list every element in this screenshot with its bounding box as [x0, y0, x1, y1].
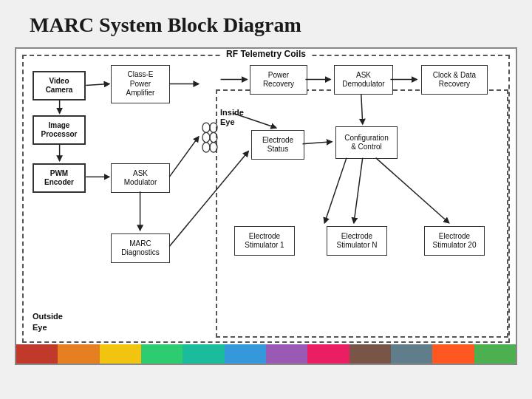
video-camera-box: Video Camera	[33, 71, 86, 100]
config-control-box: Configuration & Control	[335, 126, 398, 159]
block-diagram: RF Telemetry Coils InsideEye Video Camer…	[15, 47, 517, 365]
electrode-status-box: Electrode Status	[251, 130, 304, 160]
electrode-stim20-box: Electrode Stimulator 20	[424, 226, 485, 256]
svg-point-4	[210, 132, 217, 142]
svg-point-0	[202, 123, 210, 132]
ask-demodulator-box: ASK Demodulator	[334, 65, 393, 95]
svg-point-2	[202, 143, 210, 152]
class-e-amp-box: Class-E Power Amplifier	[111, 65, 170, 103]
title-area: MARC System Block Diagram	[0, 0, 532, 44]
svg-point-5	[210, 143, 217, 152]
marc-diagnostics-box: MARC Diagnostics	[111, 233, 170, 263]
rf-telemetry-label: RF Telemetry Coils	[220, 49, 312, 59]
clock-data-recovery-box: Clock & Data Recovery	[421, 65, 488, 95]
power-recovery-box: Power Recovery	[250, 65, 307, 95]
outside-eye-label: OutsideEye	[33, 311, 63, 332]
slide-title: MARC System Block Diagram	[30, 13, 502, 37]
bottom-color-bar	[16, 344, 516, 364]
svg-point-3	[210, 123, 217, 132]
ask-modulator-box: ASK Modulator	[111, 163, 170, 193]
image-processor-box: Image Processor	[33, 115, 86, 145]
electrode-stimN-box: Electrode Stimulator N	[327, 226, 387, 256]
coil-symbol	[200, 119, 220, 156]
slide-container: MARC System Block Diagram RF Telemetry C…	[0, 0, 532, 399]
electrode-stim1-box: Electrode Stimulator 1	[234, 226, 295, 256]
svg-point-1	[202, 132, 210, 142]
pwm-encoder-box: PWM Encoder	[33, 163, 86, 193]
inside-eye-label: InsideEye	[220, 108, 244, 127]
